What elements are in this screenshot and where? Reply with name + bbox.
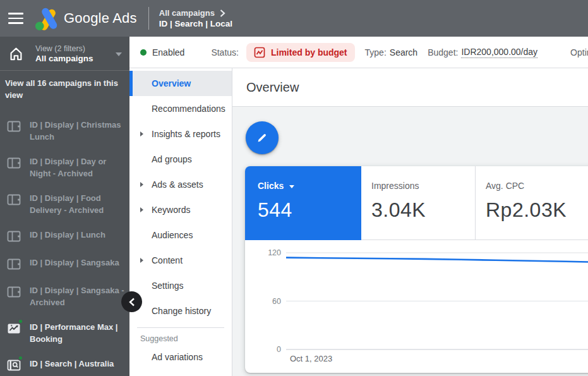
nav-item-insights-reports[interactable]: Insights & reports: [129, 121, 232, 147]
metric-label: Clicks: [258, 181, 284, 191]
nav-item-recommendations[interactable]: Recommendations: [129, 96, 232, 121]
display-ad-icon: [6, 192, 21, 207]
limited-by-budget-badge[interactable]: Limited by budget: [246, 43, 355, 62]
campaign-list-item[interactable]: ID | Display | Day or Night - Archived: [0, 150, 129, 185]
nav-item-ad-groups[interactable]: Ad groups: [129, 147, 232, 172]
limited-by-budget-label: Limited by budget: [271, 47, 347, 58]
campaign-list: ID | Display | Christmas LunchID | Displ…: [0, 114, 129, 376]
display-ad-icon: [6, 155, 21, 171]
product-name: Google Ads: [64, 10, 137, 27]
campaign-label: ID | Display | Lunch: [30, 229, 105, 241]
metric-card-avg-cpc[interactable]: Avg. CPCRp2.03K: [476, 166, 588, 240]
nav-section-suggested: Suggested: [129, 328, 232, 344]
enabled-status[interactable]: Enabled: [140, 47, 184, 58]
campaign-list-item[interactable]: ID | Display | Sangsaka: [0, 252, 129, 277]
x-axis-start-label: Oct 1, 2023: [290, 354, 332, 363]
nav-item-keywords[interactable]: Keywords: [129, 197, 232, 222]
home-icon[interactable]: [8, 45, 24, 62]
nav-item-label: Recommendations: [152, 104, 225, 114]
metric-label: Avg. CPC: [486, 181, 524, 191]
nav-item-label: Audiences: [152, 230, 193, 240]
nav-item-overview[interactable]: Overview: [129, 71, 232, 96]
metric-value: 3.04K: [371, 198, 475, 222]
performance-widget: Clicks544Impressions3.04KAvg. CPCRp2.03K…: [245, 166, 588, 373]
campaign-budget[interactable]: Budget: IDR200,000.00/day: [428, 47, 537, 58]
metric-card-impressions[interactable]: Impressions3.04K: [361, 166, 476, 240]
nav-item-change-history[interactable]: Change history: [129, 298, 232, 324]
metric-value: 544: [258, 198, 361, 222]
nav-item-label: Ad groups: [152, 154, 192, 164]
nav-item-settings[interactable]: Settings: [129, 273, 232, 298]
expand-caret-icon: [140, 182, 143, 187]
chevron-right-icon: [220, 9, 225, 17]
chevron-down-icon[interactable]: [289, 185, 294, 188]
campaign-list-item[interactable]: ID | Display | Lunch: [0, 224, 129, 249]
display-ad-icon: [6, 229, 21, 244]
campaign-type: Type: Search: [365, 47, 418, 58]
breadcrumb-current: ID | Search | Local: [159, 19, 232, 28]
nav-item-ads-assets[interactable]: Ads & assets: [129, 172, 232, 197]
menu-icon[interactable]: [8, 11, 23, 26]
chart-warning-icon: [254, 47, 265, 58]
campaign-list-item[interactable]: ID | Display | Christmas Lunch: [0, 114, 129, 148]
nav-item-content[interactable]: Content: [129, 248, 232, 273]
pencil-icon: [255, 131, 269, 145]
enabled-label: Enabled: [152, 47, 184, 58]
page-title: Overview: [246, 80, 299, 95]
metrics-row: Clicks544Impressions3.04KAvg. CPCRp2.03K: [245, 166, 588, 240]
budget-value[interactable]: IDR200,000.00/day: [461, 47, 537, 58]
overview-content: Clicks544Impressions3.04KAvg. CPCRp2.03K…: [232, 107, 588, 376]
view-summary: View all 16 campaigns in this view: [0, 71, 129, 105]
y-axis-tick-label: 0: [277, 345, 281, 354]
topbar-divider: [148, 7, 149, 30]
edit-button[interactable]: [246, 121, 279, 154]
clicks-line-series: [286, 258, 588, 263]
nav-item-ad-variations[interactable]: Ad variations: [129, 344, 232, 370]
view-selector[interactable]: View (2 filters) All campaigns: [0, 37, 129, 71]
type-label: Type:: [365, 47, 387, 58]
nav-item-partial[interactable]: [129, 370, 232, 376]
campaign-list-item[interactable]: ID | Display | Food Delivery - Archived: [0, 187, 129, 221]
expand-caret-icon: [140, 207, 143, 212]
campaign-label: ID | Display | Christmas Lunch: [30, 119, 126, 143]
nav-item-audiences[interactable]: Audiences: [129, 222, 232, 248]
nav-item-label: Content: [152, 255, 183, 265]
optimization-label: Optimizati: [570, 47, 588, 58]
status-label: Status:: [211, 47, 239, 58]
nav-item-label: Change history: [152, 306, 211, 316]
campaign-list-item[interactable]: ID | Performance Max | Booking: [0, 316, 129, 350]
nav-item-label: Settings: [152, 281, 184, 291]
campaign-list-item[interactable]: ID | Display | Sangsaka - Archived: [0, 279, 129, 313]
view-name: All campaigns: [35, 54, 93, 64]
display-ad-icon: [6, 119, 21, 134]
display-ad-icon: [6, 284, 21, 300]
chevron-down-icon: [116, 52, 122, 56]
metric-card-clicks[interactable]: Clicks544: [245, 166, 361, 240]
campaign-label: ID | Display | Sangsaka - Archived: [30, 284, 126, 308]
campaign-label: ID | Search | Australia: [30, 358, 114, 370]
campaign-nav: OverviewRecommendationsInsights & report…: [129, 68, 232, 376]
campaign-label: ID | Performance Max | Booking: [30, 321, 126, 345]
campaign-status-bar: Enabled Status: Limited by budget Type: …: [129, 37, 588, 68]
y-axis-tick-label: 60: [272, 297, 281, 306]
google-ads-logo-icon: [33, 6, 61, 31]
nav-item-label: Insights & reports: [152, 129, 220, 139]
breadcrumb-parent[interactable]: All campaigns: [159, 8, 215, 18]
expand-caret-icon: [140, 258, 143, 263]
y-axis-tick-label: 120: [268, 248, 281, 257]
campaign-label: ID | Display | Food Delivery - Archived: [30, 192, 126, 216]
expand-caret-icon: [140, 131, 143, 136]
campaign-label: ID | Display | Sangsaka: [30, 257, 119, 269]
display-ad-icon: [6, 257, 21, 272]
campaign-sidebar: View (2 filters) All campaigns View all …: [0, 37, 129, 376]
campaign-list-item[interactable]: ID | Search | Australia: [0, 353, 129, 376]
type-value: Search: [390, 47, 417, 58]
breadcrumb: All campaigns ID | Search | Local: [159, 8, 232, 28]
collapse-sidebar-button[interactable]: [121, 291, 142, 312]
nav-item-label: Keywords: [152, 205, 190, 215]
nav-item-label: Ad variations: [152, 352, 203, 362]
budget-label: Budget:: [428, 47, 458, 58]
nav-item-label: Ads & assets: [152, 179, 203, 190]
clicks-chart[interactable]: 120600Oct 1, 2023: [245, 240, 588, 373]
metric-label: Impressions: [371, 181, 419, 191]
